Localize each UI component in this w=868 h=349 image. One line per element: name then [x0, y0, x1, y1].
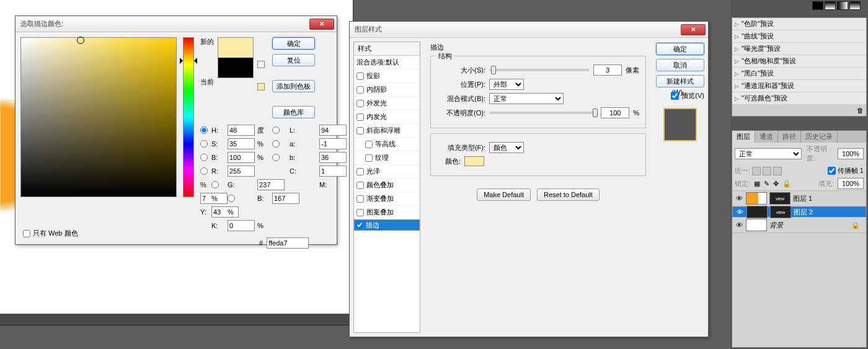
style-checkbox[interactable]	[356, 168, 364, 175]
size-slider[interactable]	[489, 69, 590, 71]
style-item[interactable]: 内阴影	[354, 83, 420, 97]
preset-row[interactable]: ▷"黑白"预设	[732, 68, 866, 80]
l-radio[interactable]	[272, 126, 280, 134]
web-only-checkbox[interactable]	[23, 230, 30, 237]
unify-style-icon[interactable]	[773, 167, 782, 175]
preset-row[interactable]: ▷"通道混和器"预设	[732, 80, 866, 92]
lock-all-icon[interactable]: 🔒	[782, 180, 791, 188]
add-swatch-button[interactable]: 添加到色板	[272, 80, 315, 92]
l-input[interactable]	[319, 125, 347, 136]
style-item[interactable]: 描边	[354, 219, 420, 231]
layer-opacity-input[interactable]	[838, 148, 864, 159]
bri-input[interactable]	[228, 152, 255, 163]
blend-mode-select[interactable]: 正常	[735, 148, 802, 159]
cancel-button[interactable]: 取消	[656, 59, 704, 71]
c-input[interactable]	[319, 166, 347, 177]
style-checkbox[interactable]	[356, 127, 364, 135]
hex-input[interactable]	[267, 237, 309, 249]
style-item[interactable]: 斜面和浮雕	[354, 124, 420, 138]
r-input[interactable]	[228, 166, 255, 177]
lock-pixels-icon[interactable]: ✎	[764, 180, 769, 188]
layer-row[interactable]: 👁view图层 1	[732, 191, 866, 206]
close-icon[interactable]	[681, 24, 706, 35]
unify-position-icon[interactable]	[752, 167, 761, 175]
b-radio[interactable]	[228, 195, 235, 202]
reset-default-button[interactable]: Reset to Default	[537, 188, 600, 201]
a-input[interactable]	[319, 138, 347, 149]
style-item[interactable]: 外发光	[354, 97, 420, 110]
fill-type-select[interactable]: 颜色	[489, 142, 524, 153]
bri-radio[interactable]	[200, 154, 208, 161]
layer-name[interactable]: 图层 2	[794, 208, 813, 217]
layer-mask-thumbnail[interactable]: view	[769, 192, 790, 205]
style-item[interactable]: 颜色叠加	[354, 179, 420, 192]
h-input[interactable]	[228, 125, 255, 136]
style-item[interactable]: 图案叠加	[354, 206, 420, 219]
layer-name[interactable]: 图层 1	[793, 194, 812, 203]
color-field[interactable]	[20, 37, 177, 197]
layer-name[interactable]: 背景	[769, 221, 783, 230]
blend-mode-select[interactable]: 正常	[489, 93, 564, 104]
tab-history[interactable]: 历史记录	[801, 131, 838, 143]
color-picker-titlebar[interactable]: 选取描边颜色:	[16, 16, 337, 32]
position-select[interactable]: 外部	[489, 79, 524, 90]
swatch-icon[interactable]	[825, 1, 836, 10]
visibility-icon[interactable]: 👁	[735, 195, 743, 202]
preset-row[interactable]: ▷"曝光度"预设	[732, 43, 866, 55]
make-default-button[interactable]: Make Default	[477, 188, 531, 201]
stroke-color-swatch[interactable]	[464, 156, 484, 166]
preview-checkbox[interactable]	[671, 92, 679, 100]
tab-paths[interactable]: 路径	[778, 131, 801, 143]
websafe-swatch-icon[interactable]	[257, 83, 265, 91]
r-radio[interactable]	[200, 167, 208, 175]
tab-channels[interactable]: 通道	[755, 131, 778, 143]
labb-radio[interactable]	[272, 154, 280, 161]
style-item[interactable]: 投影	[354, 69, 420, 83]
preset-row[interactable]: ▷"可选颜色"预设	[732, 92, 866, 105]
h-radio[interactable]	[200, 126, 208, 134]
lock-transparency-icon[interactable]: ▦	[754, 180, 760, 188]
preset-row[interactable]: ▷"色阶"预设	[732, 18, 866, 30]
style-checkbox[interactable]	[356, 86, 364, 94]
color-libraries-button[interactable]: 颜色库	[272, 106, 315, 118]
s-radio[interactable]	[200, 140, 208, 148]
swatch-icon[interactable]	[837, 1, 848, 10]
close-icon[interactable]	[309, 19, 334, 30]
style-item[interactable]: 纹理	[354, 151, 420, 165]
layer-thumbnail[interactable]	[746, 219, 767, 231]
style-checkbox[interactable]	[365, 141, 373, 148]
layer-thumbnail[interactable]	[746, 206, 768, 218]
swatch-icon[interactable]	[849, 1, 861, 10]
propagate-checkbox[interactable]	[828, 167, 836, 175]
style-checkbox[interactable]	[365, 154, 373, 162]
preset-row[interactable]: ▷"色相/饱和度"预设	[732, 55, 866, 68]
s-input[interactable]	[228, 138, 255, 149]
layer-mask-thumbnail[interactable]: view	[770, 206, 791, 218]
lock-position-icon[interactable]: ✥	[773, 180, 779, 188]
visibility-icon[interactable]: 👁	[735, 208, 744, 216]
labb-input[interactable]	[319, 152, 347, 163]
style-checkbox[interactable]	[356, 73, 364, 80]
size-input[interactable]	[593, 64, 622, 76]
k-input[interactable]	[228, 220, 255, 231]
opacity-input[interactable]	[601, 107, 629, 118]
b-input[interactable]	[272, 193, 299, 204]
swatch-icon[interactable]	[812, 1, 823, 10]
style-checkbox[interactable]	[356, 182, 364, 189]
ok-button[interactable]: 确定	[656, 43, 704, 55]
hue-slider[interactable]	[183, 37, 194, 197]
layer-style-titlebar[interactable]: 图层样式	[350, 22, 708, 38]
color-compare-swatch[interactable]	[218, 37, 254, 78]
style-checkbox[interactable]	[356, 209, 364, 216]
style-checkbox[interactable]	[356, 113, 364, 121]
tab-layers[interactable]: 图层	[732, 131, 755, 143]
gamut-warning-icon[interactable]	[257, 61, 265, 68]
ok-button[interactable]: 确定	[272, 37, 315, 50]
style-checkbox[interactable]	[356, 100, 364, 107]
fill-input[interactable]	[838, 178, 864, 189]
style-item[interactable]: 光泽	[354, 165, 420, 179]
opacity-slider[interactable]	[489, 112, 597, 114]
a-radio[interactable]	[272, 140, 280, 148]
g-input[interactable]	[257, 179, 285, 190]
preset-row[interactable]: ▷"曲线"预设	[732, 30, 866, 43]
